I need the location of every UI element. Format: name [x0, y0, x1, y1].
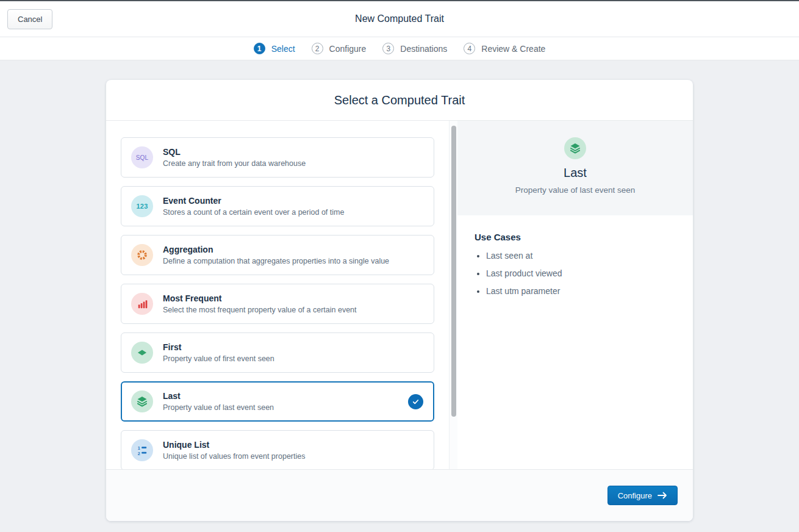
stepper-step-select[interactable]: 1 Select	[254, 43, 295, 54]
configure-button[interactable]: Configure	[607, 486, 678, 505]
layers-icon	[131, 390, 153, 412]
arrow-right-icon	[657, 492, 667, 499]
step-number: 4	[464, 43, 475, 54]
step-number: 1	[254, 43, 265, 54]
svg-text:2: 2	[138, 451, 140, 456]
svg-text:1: 1	[138, 445, 140, 451]
trait-name: SQL	[163, 147, 306, 157]
step-label: Destinations	[400, 44, 447, 54]
card-title: Select a Computed Trait	[106, 80, 693, 121]
trait-item-sql[interactable]: SQL SQL Create any trait from your data …	[121, 137, 434, 178]
bar-chart-icon	[131, 293, 153, 315]
stepper: 1 Select 2 Configure 3 Destinations 4 Re…	[0, 37, 799, 60]
trait-name: Unique List	[163, 440, 305, 450]
trait-item-most-frequent[interactable]: Most Frequent Select the most frequent p…	[121, 284, 434, 324]
diamond-icon	[131, 342, 153, 364]
step-number: 2	[312, 43, 323, 54]
trait-detail-body: Use Cases Last seen atLast product viewe…	[457, 215, 693, 320]
trait-item-last[interactable]: Last Property value of last event seen	[121, 381, 434, 422]
trait-name: Most Frequent	[163, 293, 357, 303]
page-title: New Computed Trait	[355, 13, 444, 24]
step-number: 3	[382, 43, 394, 54]
trait-name: Aggregation	[163, 245, 389, 254]
step-label: Select	[271, 44, 295, 54]
sql-badge-icon: SQL	[131, 146, 153, 168]
trait-description: Define a computation that aggregates pro…	[163, 257, 389, 265]
computed-trait-card: Select a Computed Trait SQL SQL Create a…	[106, 80, 693, 521]
trait-item-unique-list[interactable]: 12 Unique List Unique list of values fro…	[121, 430, 434, 469]
check-icon	[408, 394, 423, 409]
stepper-step-review-create[interactable]: 4 Review & Create	[464, 43, 545, 54]
trait-name: First	[163, 342, 274, 352]
use-cases-heading: Use Cases	[475, 232, 676, 242]
trait-name: Event Counter	[163, 196, 344, 206]
trait-description: Stores a count of a certain event over a…	[163, 208, 344, 217]
layers-icon	[564, 137, 586, 159]
use-case-item: Last product viewed	[486, 268, 676, 278]
content-area: Select a Computed Trait SQL SQL Create a…	[0, 60, 799, 531]
cancel-button[interactable]: Cancel	[7, 9, 52, 29]
card-footer: Configure	[106, 469, 693, 521]
trait-description: Unique list of values from event propert…	[163, 452, 305, 461]
event-counter-badge-icon: 123	[131, 195, 153, 217]
stepper-step-destinations[interactable]: 3 Destinations	[382, 43, 447, 54]
card-body: SQL SQL Create any trait from your data …	[106, 121, 693, 469]
trait-description: Select the most frequent property value …	[163, 306, 357, 314]
trait-name: Last	[163, 391, 274, 401]
use-case-item: Last seen at	[486, 251, 676, 261]
trait-description: Property value of first event seen	[163, 354, 274, 363]
scrollbar-track[interactable]	[449, 121, 457, 469]
numbered-list-icon: 12	[131, 439, 153, 461]
scrollbar-thumb[interactable]	[451, 126, 456, 417]
detail-title: Last	[457, 166, 693, 180]
trait-list: SQL SQL Create any trait from your data …	[106, 121, 449, 469]
detail-subtitle: Property value of last event seen	[457, 185, 693, 195]
trait-description: Create any trait from your data warehous…	[163, 159, 306, 168]
trait-description: Property value of last event seen	[163, 403, 274, 412]
step-label: Configure	[329, 44, 367, 54]
aggregation-ring-icon	[131, 244, 153, 266]
trait-detail-header: Last Property value of last event seen	[457, 121, 693, 215]
configure-button-label: Configure	[618, 491, 652, 500]
stepper-step-configure[interactable]: 2 Configure	[312, 43, 367, 54]
use-cases-list: Last seen atLast product viewedLast utm …	[475, 251, 676, 296]
trait-item-event-counter[interactable]: 123 Event Counter Stores a count of a ce…	[121, 186, 434, 226]
step-label: Review & Create	[481, 44, 545, 54]
top-bar: Cancel New Computed Trait	[0, 0, 799, 37]
trait-item-first[interactable]: First Property value of first event seen	[121, 332, 434, 373]
trait-detail-panel: Last Property value of last event seen U…	[457, 121, 693, 469]
trait-item-aggregation[interactable]: Aggregation Define a computation that ag…	[121, 235, 434, 275]
use-case-item: Last utm parameter	[486, 286, 676, 296]
